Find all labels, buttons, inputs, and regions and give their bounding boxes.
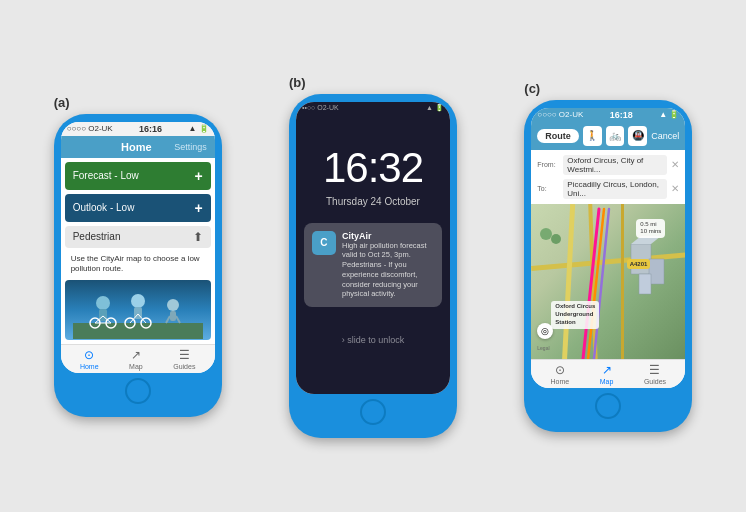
svg-rect-0 xyxy=(73,323,203,339)
carrier-b: ••○○ O2-UK xyxy=(302,104,339,112)
notif-title-b: CityAir xyxy=(342,231,434,241)
walk-icon-c[interactable]: 🚶 xyxy=(583,126,602,146)
svg-rect-2 xyxy=(99,309,107,321)
cancel-button-c[interactable]: Cancel xyxy=(651,131,679,141)
svg-point-30 xyxy=(551,234,561,244)
status-icons-a: ▲ 🔋 xyxy=(189,124,209,133)
from-label-c: From: xyxy=(537,161,559,168)
svg-point-14 xyxy=(167,299,179,311)
tab-guides-c[interactable]: ☰ Guides xyxy=(644,363,666,385)
phone-a-screen: ○○○○ O2-UK 16:16 ▲ 🔋 Home Settings Forec… xyxy=(61,122,215,374)
slide-to-unlock-b[interactable]: › slide to unlock xyxy=(304,335,442,345)
home-button-c[interactable] xyxy=(595,393,621,419)
tab-map-a[interactable]: ↗ Map xyxy=(129,348,143,370)
settings-link-a[interactable]: Settings xyxy=(174,142,207,152)
guides-icon-a: ☰ xyxy=(179,348,190,362)
notif-content-b: CityAir High air pollution forecast vali… xyxy=(342,231,434,300)
tab-map-label-c: Map xyxy=(600,378,614,385)
carrier-c: ○○○○ O2-UK xyxy=(537,110,583,119)
oxford-label-c: Oxford CircusUndergroundStation xyxy=(551,301,599,328)
tab-map-label-a: Map xyxy=(129,363,143,370)
from-value-c[interactable]: Oxford Circus, City of Westmi... xyxy=(563,155,667,175)
transit-icon-c[interactable]: 🚇 xyxy=(628,126,647,146)
route-button-c[interactable]: Route xyxy=(537,129,579,143)
time-a: 16:16 xyxy=(139,124,162,134)
phone-b-screen: ••○○ O2-UK ▲ 🔋 16:32 Thursday 24 October… xyxy=(296,102,450,394)
outlook-plus[interactable]: + xyxy=(194,200,202,216)
phone-a: ○○○○ O2-UK 16:16 ▲ 🔋 Home Settings Forec… xyxy=(54,114,222,418)
notif-icon-b: C xyxy=(312,231,336,255)
distance-bubble-c: 0.5 mi 10 mins xyxy=(636,219,665,239)
svg-point-1 xyxy=(96,296,110,310)
phone-c: ○○○○ O2-UK 16:18 ▲ 🔋 Route 🚶 🚲 🚇 Cancel … xyxy=(524,100,692,432)
notif-body-b: High air pollution forecast valid to Oct… xyxy=(342,241,434,300)
pedestrian-label: Pedestrian xyxy=(73,231,121,242)
forecast-plus[interactable]: + xyxy=(194,168,202,184)
label-a: (a) xyxy=(54,95,70,110)
notification-b[interactable]: C CityAir High air pollution forecast va… xyxy=(304,223,442,308)
svg-rect-19 xyxy=(562,204,575,359)
svg-rect-21 xyxy=(621,204,624,359)
from-clear-c[interactable]: ✕ xyxy=(671,159,679,170)
lock-date-b: Thursday 24 October xyxy=(304,196,442,207)
route-bar-c: Route 🚶 🚲 🚇 Cancel xyxy=(531,122,685,150)
svg-rect-28 xyxy=(639,274,651,294)
svg-rect-15 xyxy=(170,311,176,321)
lock-screen-b: 16:32 Thursday 24 October C CityAir High… xyxy=(296,114,450,394)
phone-b-wrapper: (b) ••○○ O2-UK ▲ 🔋 16:32 Thursday 24 Oct… xyxy=(289,75,457,438)
svg-point-8 xyxy=(131,294,145,308)
to-value-c[interactable]: Piccadilly Circus, London, Uni... xyxy=(563,179,667,199)
tab-home-label-a: Home xyxy=(80,363,99,370)
svg-line-17 xyxy=(176,316,180,323)
home-button-b[interactable] xyxy=(360,399,386,425)
tab-guides-label-a: Guides xyxy=(173,363,195,370)
cartoon-cyclists xyxy=(73,281,203,339)
map-icon-c: ↗ xyxy=(602,363,612,377)
map-icon-a: ↗ xyxy=(131,348,141,362)
status-bar-a: ○○○○ O2-UK 16:16 ▲ 🔋 xyxy=(61,122,215,136)
status-bar-c: ○○○○ O2-UK 16:18 ▲ 🔋 xyxy=(531,108,685,122)
phone-a-wrapper: (a) ○○○○ O2-UK 16:16 ▲ 🔋 Home Settings F… xyxy=(54,95,222,418)
map-area-c[interactable]: A4201 0.5 mi 10 mins ◎ Oxford CircusUnde… xyxy=(531,204,685,359)
info-box-a: Use the CityAir map to choose a low poll… xyxy=(65,250,211,279)
share-icon-a[interactable]: ⬆ xyxy=(193,230,203,244)
to-clear-c[interactable]: ✕ xyxy=(671,183,679,194)
svg-point-29 xyxy=(540,228,552,240)
guides-icon-c: ☰ xyxy=(649,363,660,377)
to-label-c: To: xyxy=(537,185,559,192)
bottom-tabs-a: ⊙ Home ↗ Map ☰ Guides xyxy=(61,344,215,373)
map-bg-c: A4201 0.5 mi 10 mins ◎ Oxford CircusUnde… xyxy=(531,204,685,359)
tab-guides-label-c: Guides xyxy=(644,378,666,385)
bike-icon-c[interactable]: 🚲 xyxy=(606,126,625,146)
phone-c-screen: ○○○○ O2-UK 16:18 ▲ 🔋 Route 🚶 🚲 🚇 Cancel … xyxy=(531,108,685,388)
a4201-badge-c: A4201 xyxy=(627,259,651,269)
nav-bar-a: Home Settings xyxy=(61,136,215,158)
tab-guides-a[interactable]: ☰ Guides xyxy=(173,348,195,370)
home-button-a[interactable] xyxy=(125,378,151,404)
phone-c-wrapper: (c) ○○○○ O2-UK 16:18 ▲ 🔋 Route 🚶 🚲 🚇 Can… xyxy=(524,81,692,432)
svg-line-16 xyxy=(166,316,170,323)
lock-time-b: 16:32 xyxy=(304,144,442,192)
from-to-c: From: Oxford Circus, City of Westmi... ✕… xyxy=(531,150,685,204)
distance-mins: 10 mins xyxy=(640,228,661,236)
status-icons-b: ▲ 🔋 xyxy=(426,104,444,112)
phone-b: ••○○ O2-UK ▲ 🔋 16:32 Thursday 24 October… xyxy=(289,94,457,438)
outlook-label: Outlook - Low xyxy=(73,202,135,213)
info-text-a: Use the CityAir map to choose a low poll… xyxy=(71,254,200,273)
forecast-row-a[interactable]: Forecast - Low + xyxy=(65,162,211,190)
time-c: 16:18 xyxy=(610,110,633,120)
label-b: (b) xyxy=(289,75,306,90)
home-icon-a: ⊙ xyxy=(84,348,94,362)
tab-home-label-c: Home xyxy=(551,378,570,385)
outlook-row-a[interactable]: Outlook - Low + xyxy=(65,194,211,222)
to-row-c: To: Piccadilly Circus, London, Uni... ✕ xyxy=(537,177,679,201)
status-bar-b: ••○○ O2-UK ▲ 🔋 xyxy=(296,102,450,114)
forecast-label: Forecast - Low xyxy=(73,170,139,181)
from-row-c: From: Oxford Circus, City of Westmi... ✕ xyxy=(537,153,679,177)
bottom-tabs-c: ⊙ Home ↗ Map ☰ Guides xyxy=(531,359,685,388)
pedestrian-row-a[interactable]: Pedestrian ⬆ xyxy=(65,226,211,248)
tab-home-c[interactable]: ⊙ Home xyxy=(551,363,570,385)
tab-map-c[interactable]: ↗ Map xyxy=(600,363,614,385)
tab-home-a[interactable]: ⊙ Home xyxy=(80,348,99,370)
distance-mi: 0.5 mi xyxy=(640,221,661,229)
